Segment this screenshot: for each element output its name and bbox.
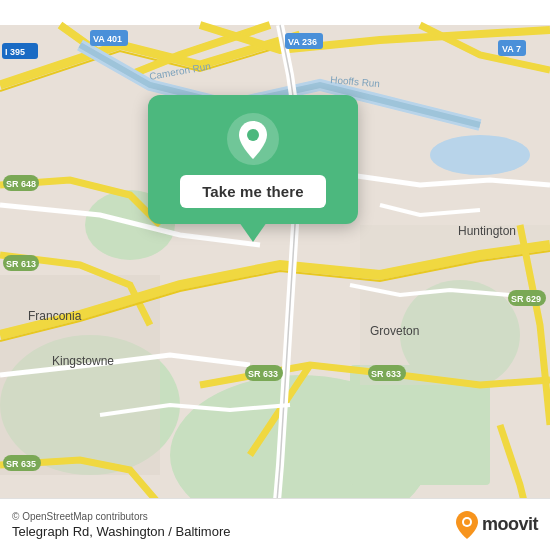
svg-text:SR 633: SR 633	[371, 369, 401, 379]
moovit-logo: moovit	[456, 511, 538, 539]
svg-text:Kingstowne: Kingstowne	[52, 354, 114, 368]
svg-text:SR 629: SR 629	[511, 294, 541, 304]
take-me-there-button[interactable]: Take me there	[180, 175, 326, 208]
svg-point-38	[464, 519, 470, 525]
svg-text:Groveton: Groveton	[370, 324, 419, 338]
moovit-brand-text: moovit	[482, 514, 538, 535]
svg-text:VA 401: VA 401	[93, 34, 122, 44]
svg-text:SR 633: SR 633	[248, 369, 278, 379]
svg-text:SR 613: SR 613	[6, 259, 36, 269]
bottom-bar: © OpenStreetMap contributors Telegraph R…	[0, 498, 550, 550]
svg-text:Huntington: Huntington	[458, 224, 516, 238]
location-pin-icon	[227, 113, 279, 165]
svg-text:SR 648: SR 648	[6, 179, 36, 189]
location-title: Telegraph Rd, Washington / Baltimore	[12, 524, 230, 539]
osm-attribution: © OpenStreetMap contributors	[12, 511, 230, 522]
bottom-left-info: © OpenStreetMap contributors Telegraph R…	[12, 511, 230, 539]
map-container: I 395 VA 401 VA 236 VA 7 SR 648 SR 613 S…	[0, 0, 550, 550]
map-background: I 395 VA 401 VA 236 VA 7 SR 648 SR 613 S…	[0, 0, 550, 550]
popup-card: Take me there	[148, 95, 358, 224]
svg-text:VA 236: VA 236	[288, 37, 317, 47]
svg-text:I 395: I 395	[5, 47, 25, 57]
moovit-pin-icon	[456, 511, 478, 539]
svg-text:SR 635: SR 635	[6, 459, 36, 469]
svg-text:VA 7: VA 7	[502, 44, 521, 54]
svg-point-6	[430, 135, 530, 175]
svg-point-36	[247, 129, 259, 141]
svg-text:Franconia: Franconia	[28, 309, 82, 323]
